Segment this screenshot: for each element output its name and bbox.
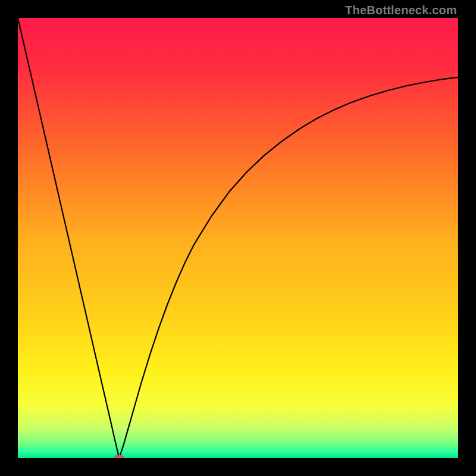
chart-frame: TheBottleneck.com [0,0,476,476]
bottleneck-curve [18,18,458,458]
optimum-marker [114,455,124,458]
plot-area [18,18,458,458]
watermark-text: TheBottleneck.com [345,4,457,17]
